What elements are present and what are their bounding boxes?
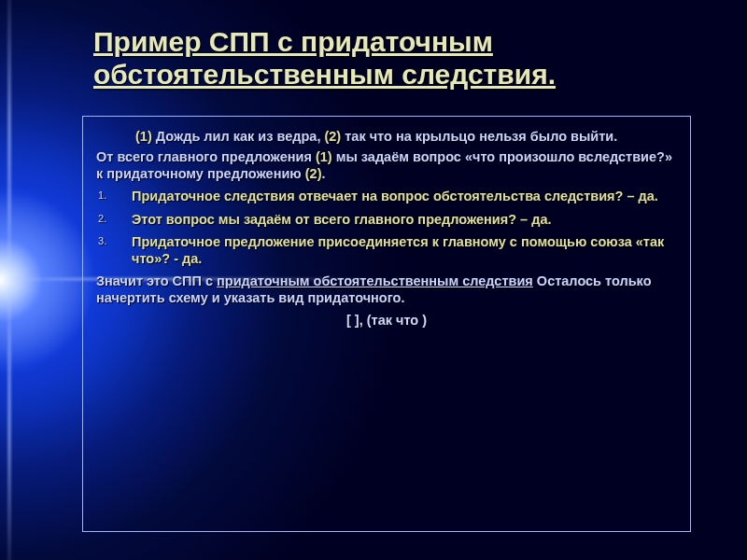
q-marker-2: (2) bbox=[305, 166, 322, 181]
slide-body: (1) Дождь лил как из ведра, (2) так что … bbox=[96, 128, 677, 329]
slide-title: Пример СПП с придаточным обстоятельствен… bbox=[93, 26, 691, 91]
checklist-item-3: Придаточное предложение присоединяется к… bbox=[96, 233, 677, 267]
example-sentence: (1) Дождь лил как из ведра, (2) так что … bbox=[135, 128, 677, 145]
example-part-2: так что на крыльцо нельзя было выйти. bbox=[341, 129, 617, 144]
q-marker-1: (1) bbox=[316, 149, 332, 164]
example-part-1: Дождь лил как из ведра, bbox=[152, 129, 325, 144]
checklist-item-2: Этот вопрос мы задаём от всего главного … bbox=[96, 211, 677, 228]
content-frame: (1) Дождь лил как из ведра, (2) так что … bbox=[82, 116, 691, 532]
marker-2: (2) bbox=[324, 129, 341, 144]
slide-background: Пример СПП с придаточным обстоятельствен… bbox=[0, 0, 747, 560]
flare-ray-vertical bbox=[7, 0, 11, 560]
sentence-schema: [ ], (так что ) bbox=[96, 312, 677, 329]
concl-underline: придаточным обстоятельственным следствия bbox=[217, 273, 533, 288]
q-post: . bbox=[322, 166, 326, 181]
conclusion: Значит это СПП с придаточным обстоятельс… bbox=[96, 273, 677, 306]
q-pre: От всего главного предложения bbox=[96, 149, 316, 164]
checklist-item-1: Придаточное следствия отвечает на вопрос… bbox=[96, 188, 677, 204]
marker-1: (1) bbox=[135, 129, 152, 144]
question-paragraph: От всего главного предложения (1) мы зад… bbox=[96, 148, 677, 182]
concl-pre: Значит это СПП с bbox=[96, 273, 217, 288]
checklist: Придаточное следствия отвечает на вопрос… bbox=[96, 188, 677, 267]
